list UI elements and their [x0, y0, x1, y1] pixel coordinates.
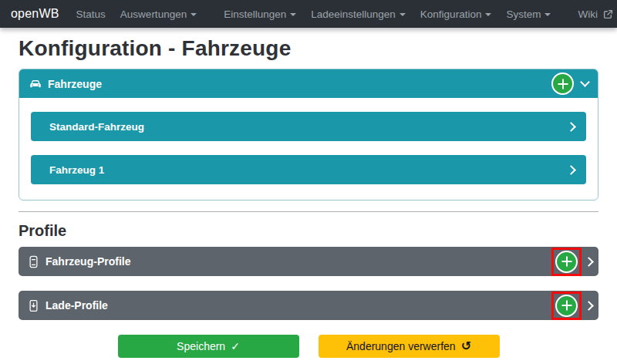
nav-status[interactable]: Status: [76, 8, 106, 20]
vehicle-item-fahrzeug-1[interactable]: Fahrzeug 1: [31, 155, 586, 184]
vehicles-card-header[interactable]: Fahrzeuge: [19, 69, 598, 98]
nav-konfiguration[interactable]: Konfiguration: [420, 8, 492, 20]
discard-button-label: Änderungen verwerfen: [346, 340, 456, 352]
vehicles-card: Fahrzeuge Standard-Fahrzeug Fahrzeug 1: [19, 69, 598, 201]
chevron-right-icon: [566, 165, 576, 175]
annotation-red-box: [551, 292, 582, 320]
check-icon: ✓: [231, 341, 240, 352]
nav-ladeeinstellungen-label: Ladeeinstellungen: [311, 8, 396, 20]
car-top-view-icon: [28, 254, 39, 269]
save-button-label: Speichern: [177, 340, 225, 352]
profiles-heading: Profile: [19, 222, 598, 240]
chevron-down-icon: [400, 13, 406, 16]
vehicle-profiles-label: Fahrzeug-Profile: [46, 255, 130, 268]
charge-profile-icon: [28, 298, 39, 313]
vehicle-item-label: Fahrzeug 1: [49, 164, 104, 176]
top-navbar: openWB Status Auswertungen Einstellungen…: [0, 0, 617, 28]
section-divider: [19, 211, 598, 212]
external-link-icon: [603, 9, 613, 19]
nav-konfiguration-label: Konfiguration: [420, 8, 482, 20]
charge-profiles-bar[interactable]: Lade-Profile: [19, 291, 598, 320]
vehicle-item-label: Standard-Fahrzeug: [49, 121, 144, 133]
chevron-down-icon: [290, 13, 296, 16]
nav-system[interactable]: System: [506, 8, 551, 20]
brand-openwb[interactable]: openWB: [11, 7, 59, 21]
nav-status-label: Status: [76, 8, 106, 20]
chevron-right-icon: [566, 122, 576, 132]
footer-actions: Speichern ✓ Änderungen verwerfen ↺: [19, 335, 598, 358]
add-charge-profile-button[interactable]: [555, 295, 578, 317]
vehicles-card-title: Fahrzeuge: [48, 78, 102, 90]
undo-icon: ↺: [461, 340, 471, 352]
nav-auswertungen[interactable]: Auswertungen: [120, 8, 197, 20]
add-vehicle-button[interactable]: [551, 72, 574, 95]
chevron-down-icon: [545, 13, 551, 16]
page-title: Konfiguration - Fahrzeuge: [19, 36, 598, 61]
nav-wiki-link[interactable]: Wiki: [578, 8, 613, 20]
main-content: Konfiguration - Fahrzeuge Fahrzeuge Stan…: [0, 36, 617, 358]
nav-wiki-label: Wiki: [578, 8, 598, 20]
vehicle-item-standard[interactable]: Standard-Fahrzeug: [31, 112, 586, 141]
chevron-right-icon: [584, 301, 594, 311]
nav-system-label: System: [506, 8, 541, 20]
charge-profiles-label: Lade-Profile: [46, 299, 108, 312]
car-icon: [29, 78, 42, 89]
annotation-red-box: [551, 248, 582, 276]
chevron-down-icon: [485, 13, 491, 16]
add-vehicle-profile-button[interactable]: [555, 251, 578, 273]
save-button[interactable]: Speichern ✓: [118, 335, 299, 358]
chevron-down-icon[interactable]: [580, 77, 590, 87]
vehicle-profiles-bar[interactable]: Fahrzeug-Profile: [19, 247, 598, 276]
vehicles-card-body: Standard-Fahrzeug Fahrzeug 1: [19, 98, 598, 200]
nav-ladeeinstellungen[interactable]: Ladeeinstellungen: [311, 8, 406, 20]
nav-auswertungen-label: Auswertungen: [120, 8, 187, 20]
nav-einstellungen-label: Einstellungen: [224, 8, 286, 20]
nav-einstellungen[interactable]: Einstellungen: [224, 8, 296, 20]
discard-changes-button[interactable]: Änderungen verwerfen ↺: [319, 335, 500, 358]
chevron-right-icon: [584, 257, 594, 267]
chevron-down-icon: [190, 13, 197, 16]
